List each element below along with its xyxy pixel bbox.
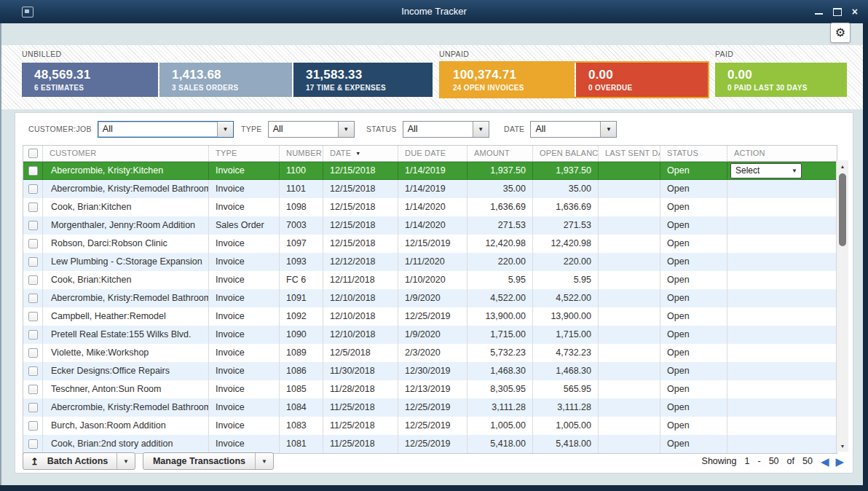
- table-row[interactable]: Abercrombie, Kristy:KitchenInvoice110012…: [23, 162, 837, 180]
- row-checkbox[interactable]: [28, 184, 38, 194]
- cell-amount: 8,305.95: [467, 380, 533, 398]
- cell-status: Open: [660, 216, 727, 235]
- column-header-number[interactable]: NUMBER: [280, 146, 323, 161]
- table-row[interactable]: Campbell, Heather:RemodelInvoice109212/1…: [23, 307, 837, 326]
- cell-date: 12/15/2018: [323, 235, 398, 253]
- table-row[interactable]: Violette, Mike:WorkshopInvoice108912/5/2…: [23, 344, 837, 362]
- cell-last_sent_date: [599, 307, 660, 326]
- row-checkbox[interactable]: [28, 312, 38, 321]
- gear-icon: ⚙: [835, 27, 845, 39]
- row-checkbox[interactable]: [28, 203, 38, 212]
- column-header-last-sent-date[interactable]: LAST SENT DATE: [599, 146, 660, 161]
- cell-number: 1101: [280, 180, 323, 198]
- column-header-date[interactable]: DATE▼: [323, 146, 398, 161]
- cell-status: Open: [660, 435, 727, 453]
- column-header-type[interactable]: TYPE: [209, 146, 280, 161]
- row-checkbox[interactable]: [28, 403, 38, 412]
- summary-tile-0-paid-last-30-days[interactable]: 0.000 PAID LAST 30 DAYS: [715, 63, 847, 97]
- maximize-button[interactable]: [833, 8, 842, 16]
- row-checkbox[interactable]: [28, 385, 38, 394]
- previous-page-arrow[interactable]: ◀: [821, 456, 829, 467]
- chevron-down-icon[interactable]: ▼: [338, 122, 354, 137]
- cell-status: Open: [660, 253, 727, 271]
- column-header-action[interactable]: ACTION: [727, 146, 837, 161]
- summary-tile-3-sales-orders[interactable]: 1,413.683 SALES ORDERS: [159, 63, 292, 97]
- cell-type: Invoice: [209, 198, 280, 216]
- summary-tile-6-estimates[interactable]: 48,569.316 ESTIMATES: [22, 63, 158, 97]
- filter-select-date[interactable]: All▼: [530, 121, 617, 138]
- chevron-down-icon[interactable]: ▼: [473, 122, 489, 137]
- cell-customer: Abercrombie, Kristy:Remodel Bathroom: [43, 398, 209, 417]
- row-checkbox[interactable]: [28, 421, 38, 431]
- cell-action: [727, 326, 837, 344]
- chevron-down-icon[interactable]: ▼: [600, 122, 616, 137]
- close-button[interactable]: ×: [852, 5, 858, 18]
- table-row[interactable]: Abercrombie, Kristy:Remodel BathroomInvo…: [23, 289, 837, 307]
- group-label-paid: PAID: [715, 48, 847, 63]
- filter-status: STATUSAll▼: [366, 120, 489, 138]
- column-header-customer[interactable]: CUSTOMER: [43, 146, 209, 161]
- table-row[interactable]: Abercrombie, Kristy:Remodel BathroomInvo…: [23, 180, 837, 198]
- table-row[interactable]: Lew Plumbing - C:Storage ExpansionInvoic…: [23, 253, 837, 271]
- table-row[interactable]: Robson, Darci:Robson ClinicInvoice109712…: [23, 235, 837, 253]
- table-row[interactable]: Ecker Designs:Office RepairsInvoice10861…: [23, 362, 837, 380]
- next-page-arrow[interactable]: ▶: [835, 456, 844, 467]
- manage-transactions-label: Manage Transactions: [143, 456, 255, 466]
- table-row[interactable]: Burch, Jason:Room AdditionInvoice108311/…: [23, 417, 837, 435]
- row-checkbox[interactable]: [28, 239, 38, 248]
- table-row[interactable]: Abercrombie, Kristy:Remodel BathroomInvo…: [23, 398, 837, 417]
- row-checkbox[interactable]: [28, 439, 38, 449]
- filter-select-status[interactable]: All▼: [403, 121, 489, 138]
- cell-due_date: 12/25/2019: [398, 307, 467, 326]
- manage-transactions-button[interactable]: Manage Transactions ▼: [143, 452, 274, 470]
- table-row[interactable]: Cook, Brian:KitchenInvoiceFC 612/11/2018…: [23, 271, 837, 289]
- scroll-up-button[interactable]: ▲: [837, 160, 848, 172]
- cell-amount: 271.53: [467, 216, 533, 235]
- scrollbar-thumb[interactable]: [839, 173, 846, 246]
- column-header-open-balance[interactable]: OPEN BALANCE: [533, 146, 599, 161]
- column-header-amount[interactable]: AMOUNT: [467, 146, 533, 161]
- summary-tile-24-open-invoices[interactable]: 100,374.7124 OPEN INVOICES: [441, 63, 575, 97]
- summary-tile-17-time-expenses[interactable]: 31,583.3317 TIME & EXPENSES: [293, 63, 433, 97]
- vertical-scrollbar[interactable]: ▲ ▼: [836, 160, 848, 452]
- cell-last_sent_date: [599, 362, 660, 380]
- batch-actions-button[interactable]: ↥ Batch Actions ▼: [23, 452, 135, 470]
- chevron-down-icon[interactable]: ▼: [217, 122, 233, 137]
- row-checkbox[interactable]: [28, 257, 38, 267]
- table-row[interactable]: Teschner, Anton:Sun RoomInvoice108511/28…: [23, 380, 837, 398]
- settings-gear-button[interactable]: ⚙: [830, 23, 851, 43]
- table-row[interactable]: Morgenthaler, Jenny:Room AdditionSales O…: [23, 216, 837, 235]
- filter-select-customer-job[interactable]: All▼: [98, 121, 234, 138]
- table-row[interactable]: Pretell Real Estate:155 Wilks Blvd.Invoi…: [23, 326, 837, 344]
- cell-customer: Violette, Mike:Workshop: [43, 344, 209, 362]
- summary-tile-0-overdue[interactable]: 0.000 OVERDUE: [576, 63, 708, 97]
- title-bar[interactable]: Income Tracker ×: [0, 0, 868, 23]
- cell-status: Open: [660, 235, 727, 253]
- row-checkbox[interactable]: [28, 166, 38, 176]
- table-row[interactable]: Cook, Brian:2nd story additionInvoice108…: [23, 435, 837, 453]
- row-action-select[interactable]: Select▼: [730, 163, 802, 178]
- row-checkbox-cell: [23, 271, 43, 289]
- row-checkbox[interactable]: [28, 366, 38, 376]
- scroll-down-button[interactable]: ▼: [837, 440, 848, 452]
- cell-action: [727, 235, 837, 253]
- manage-transactions-dropdown[interactable]: ▼: [255, 453, 273, 469]
- row-checkbox[interactable]: [28, 294, 38, 303]
- select-all-checkbox[interactable]: [28, 149, 38, 158]
- cell-amount: 5,418.00: [467, 435, 533, 453]
- cell-action: [727, 417, 837, 435]
- cell-last_sent_date: [599, 326, 660, 344]
- filter-select-type[interactable]: All▼: [268, 121, 355, 138]
- row-checkbox[interactable]: [28, 221, 38, 230]
- minimize-button[interactable]: [815, 9, 823, 15]
- row-checkbox[interactable]: [28, 348, 38, 358]
- table-row[interactable]: Cook, Brian:KitchenInvoice109812/15/2018…: [23, 198, 837, 216]
- cell-type: Invoice: [209, 417, 280, 435]
- column-header-status[interactable]: STATUS: [660, 146, 727, 161]
- column-header-due-date[interactable]: DUE DATE: [398, 146, 467, 161]
- row-checkbox[interactable]: [28, 330, 38, 339]
- cell-type: Invoice: [209, 253, 280, 271]
- row-checkbox[interactable]: [28, 275, 38, 285]
- cell-last_sent_date: [599, 344, 660, 362]
- batch-actions-dropdown[interactable]: ▼: [117, 453, 135, 469]
